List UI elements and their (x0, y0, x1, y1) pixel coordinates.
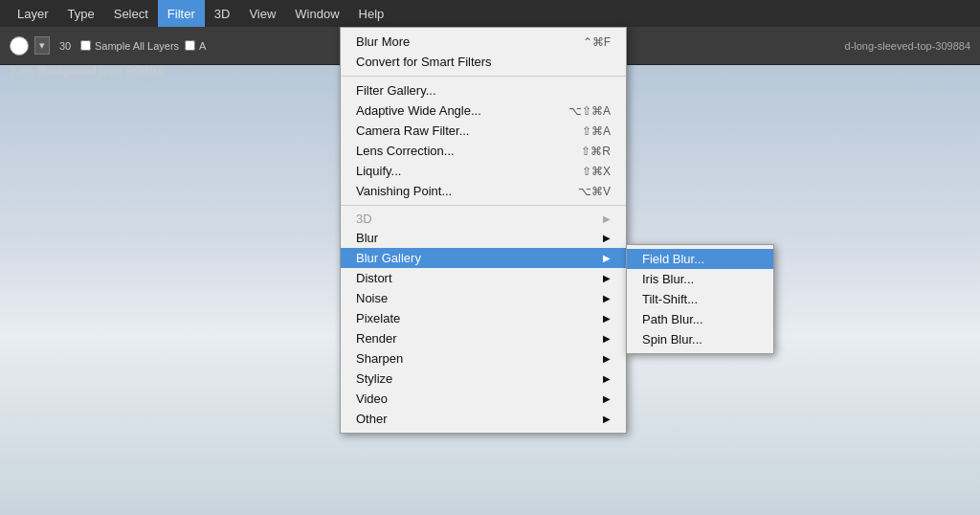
menu-3d[interactable]: 3D (205, 0, 240, 27)
submenu-path-blur[interactable]: Path Blur... (627, 309, 773, 329)
menu-3d-sub[interactable]: 3D ▶ (341, 210, 626, 228)
separator-2 (341, 205, 626, 206)
document-info: d-long-sleeved-top-309884 (845, 40, 970, 52)
menu-liquify[interactable]: Liquify... ⇧⌘X (341, 161, 626, 181)
menu-filter-gallery[interactable]: Filter Gallery... (341, 80, 626, 101)
submenu-spin-blur[interactable]: Spin Blur... (627, 329, 773, 349)
menu-type[interactable]: Type (58, 0, 104, 27)
sample-all-layers-label: Sample All Layers (95, 40, 179, 52)
submenu-field-blur[interactable]: Field Blur... (627, 249, 773, 269)
brush-size: 30 (56, 40, 75, 52)
filter-menu: Blur More ⌃⌘F Convert for Smart Filters … (340, 27, 627, 434)
blur-gallery-submenu: Field Blur... Iris Blur... Tilt-Shift...… (626, 244, 774, 354)
menu-adaptive-wide-angle[interactable]: Adaptive Wide Angle... ⌥⇧⌘A (341, 101, 626, 121)
checkbox2-label: A (199, 40, 206, 52)
menu-window[interactable]: Window (285, 0, 348, 27)
menu-blur-gallery[interactable]: Blur Gallery ▶ Field Blur... Iris Blur..… (341, 248, 626, 268)
menu-convert-smart-filters[interactable]: Convert for Smart Filters (341, 52, 626, 72)
submenu-iris-blur[interactable]: Iris Blur... (627, 269, 773, 289)
checkbox2[interactable] (185, 40, 195, 51)
menu-lens-correction[interactable]: Lens Correction... ⇧⌘R (341, 141, 626, 161)
menu-blur-more[interactable]: Blur More ⌃⌘F (341, 32, 626, 52)
status-bar: 3.3% (Background copy, RGB/16 (10, 65, 164, 77)
menu-bar: Layer Type Select Filter 3D View Window … (0, 0, 980, 27)
menu-other[interactable]: Other ▶ (341, 409, 626, 429)
menu-stylize[interactable]: Stylize ▶ (341, 369, 626, 389)
menu-select[interactable]: Select (104, 0, 158, 27)
menu-vanishing-point[interactable]: Vanishing Point... ⌥⌘V (341, 181, 626, 201)
menu-layer[interactable]: Layer (8, 0, 58, 27)
menu-view[interactable]: View (239, 0, 285, 27)
menu-blur-sub[interactable]: Blur ▶ (341, 228, 626, 248)
menu-sharpen[interactable]: Sharpen ▶ (341, 348, 626, 369)
menu-camera-raw[interactable]: Camera Raw Filter... ⇧⌘A (341, 121, 626, 141)
menu-pixelate[interactable]: Pixelate ▶ (341, 308, 626, 328)
separator-1 (341, 76, 626, 77)
menu-filter[interactable]: Filter (158, 0, 205, 27)
menu-render[interactable]: Render ▶ (341, 328, 626, 348)
checkbox2-group: A (185, 40, 206, 52)
menu-video[interactable]: Video ▶ (341, 389, 626, 409)
submenu-tilt-shift[interactable]: Tilt-Shift... (627, 289, 773, 309)
menu-noise[interactable]: Noise ▶ (341, 288, 626, 308)
brush-preset[interactable] (10, 36, 29, 56)
menu-distort[interactable]: Distort ▶ (341, 268, 626, 288)
sample-all-layers-checkbox[interactable] (80, 40, 91, 51)
brush-dropdown[interactable]: ▾ (34, 36, 50, 55)
sample-all-layers-group: Sample All Layers (80, 40, 179, 52)
menu-help[interactable]: Help (349, 0, 394, 27)
